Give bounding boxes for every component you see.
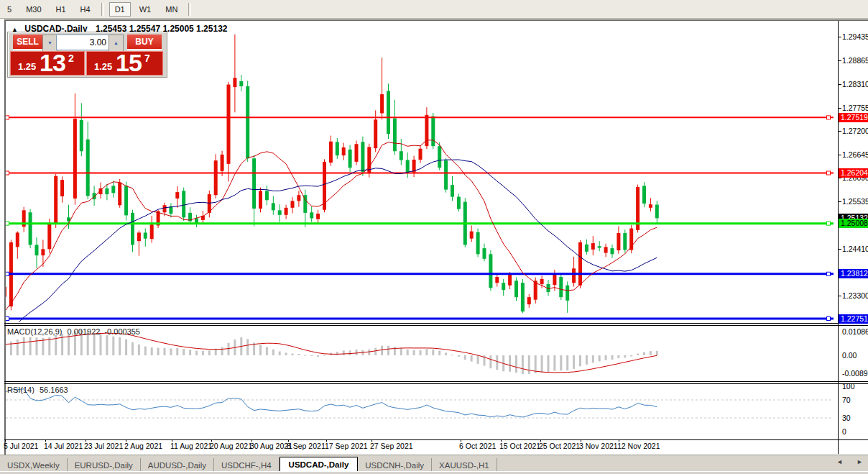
rsi-axis-label: 0 [842, 427, 846, 436]
macd-axis-label: 0.00 [842, 351, 857, 360]
chart-tab-eurusd-daily[interactable]: EURUSD-,Daily [68, 458, 141, 472]
price-line-label: 1.26204 [839, 168, 868, 178]
macd-axis-label: -0.008974 [842, 369, 868, 378]
price-tick-label: 1.25535 [842, 197, 868, 206]
price-tick-label: 1.24410 [842, 245, 868, 253]
chart-tab-bar: USDX,WeeklyEURUSD-,DailyAUDUSD-,DailyUSD… [0, 455, 868, 472]
price-tick [838, 84, 841, 85]
price-line-label: 1.27519 [839, 113, 868, 122]
price-tick-label: 1.28865 [842, 56, 868, 65]
bid-price-pips: 13 [40, 49, 65, 77]
price-tick [838, 178, 841, 178]
chart-tab-usdcnh-daily[interactable]: USDCNH-,Daily [358, 458, 432, 472]
chart-tab-usdx-weekly[interactable]: USDX,Weekly [0, 458, 68, 472]
chart-tab-usdchf-h4[interactable]: USDCHF-,H4 [214, 458, 280, 472]
pane-splitter-main-macd-edge [4, 325, 868, 326]
price-tick-label: 1.28310 [842, 80, 868, 88]
price-tick-label: 1.26645 [842, 150, 868, 159]
buy-button[interactable]: BUY [127, 35, 162, 50]
price-tick [838, 249, 841, 250]
price-line-label: 1.25008 [839, 219, 868, 228]
macd-axis-label: 0.010869 [842, 327, 868, 336]
time-tick-label: 17 Sep 2021 [325, 442, 368, 450]
ask-price-pips: 15 [116, 49, 142, 77]
price-tick [838, 37, 841, 37]
time-tick-label: 14 Jul 2021 [44, 442, 83, 450]
macd-main-value: 0.001922 [67, 327, 100, 336]
time-tick-label: 27 Sep 2021 [370, 442, 413, 450]
chart-tab-xauusd-h1[interactable]: XAUUSD-,H1 [432, 458, 497, 472]
price-tick-label: 1.27200 [842, 127, 868, 135]
tab-scroll-left-icon[interactable]: ◄ [836, 458, 843, 465]
sell-button[interactable]: SELL [13, 35, 42, 50]
rsi-indicator-label: RSI(14) 56.1663 [7, 386, 68, 394]
time-tick-label: 20 Aug 2021 [210, 442, 252, 450]
rsi-axis-label: 100 [842, 382, 855, 391]
one-click-trading-panel: SELL ▼ ▲ BUY 1.25 13 2 1.25 15 7 [7, 32, 167, 78]
price-tick [838, 108, 841, 109]
rsi-axis-label: 30 [842, 414, 851, 422]
price-line-label: 1.23812 [839, 269, 868, 278]
chart-tab-usdcad-daily[interactable]: USDCAD-,Daily [280, 457, 359, 472]
time-tick-label: 6 Oct 2021 [459, 442, 496, 450]
chart-tab-audusd-daily[interactable]: AUDUSD-,Daily [141, 458, 214, 472]
price-axis-separator [838, 21, 839, 454]
price-tick [838, 155, 841, 155]
pane-splitter-main-macd[interactable] [4, 323, 868, 324]
bid-price-prefix: 1.25 [18, 61, 36, 72]
price-tick-label: 1.27755 [842, 104, 868, 112]
time-tick-label: 12 Nov 2021 [617, 442, 660, 450]
macd-signal-value: -0.000355 [104, 327, 140, 336]
tab-scroll-right-icon[interactable]: ► [857, 458, 863, 465]
bid-price-point: 2 [68, 53, 74, 64]
price-tick [838, 201, 841, 202]
rsi-axis-label: 70 [842, 396, 851, 404]
price-tick [838, 296, 841, 296]
price-line-label: 1.22751 [839, 314, 868, 324]
time-tick-label: 3 Nov 2021 [579, 442, 618, 450]
price-tick [838, 131, 841, 132]
pane-splitter-macd-rsi-edge [4, 383, 868, 384]
time-tick-label: 25 Oct 2021 [539, 442, 580, 450]
price-tick [838, 60, 841, 61]
macd-indicator-label: MACD(12,26,9) 0.001922 -0.000355 [7, 327, 140, 336]
buy-price-button[interactable]: 1.25 15 7 [86, 51, 163, 76]
time-tick-label: 2 Aug 2021 [124, 442, 162, 450]
time-tick-label: 5 Jul 2021 [4, 442, 38, 450]
pane-splitter-macd-rsi[interactable] [4, 381, 868, 382]
price-tick-label: 1.29435 [842, 32, 868, 41]
price-tick-label: 1.23300 [842, 291, 868, 300]
time-tick-label: 8 Sep 2021 [287, 442, 326, 450]
volume-input[interactable] [56, 35, 110, 50]
time-tick-label: 23 Jul 2021 [84, 442, 123, 450]
rsi-value: 56.1663 [40, 386, 68, 394]
sell-price-button[interactable]: 1.25 13 2 [10, 51, 85, 76]
ask-price-point: 7 [144, 53, 150, 64]
time-tick-label: 11 Aug 2021 [170, 442, 212, 450]
ask-price-prefix: 1.25 [94, 61, 112, 72]
time-tick-label: 15 Oct 2021 [499, 442, 540, 450]
rsi-pane-bottom-border [4, 439, 868, 440]
status-bar [0, 471, 868, 474]
